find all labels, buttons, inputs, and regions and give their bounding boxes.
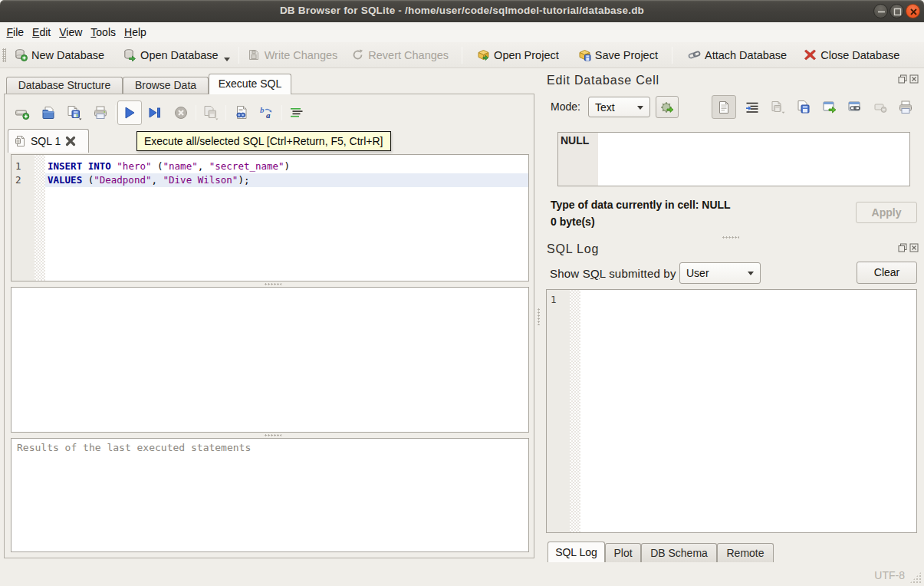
close-database-button[interactable]: Close Database [797, 44, 906, 66]
word-wrap-icon [745, 100, 759, 114]
code-line-1: INSERT INTO "hero" ("name", "secret_name… [45, 160, 528, 173]
float-dock-icon[interactable] [898, 74, 907, 84]
titlebar[interactable]: DB Browser for SQLite - /home/user/code/… [0, 0, 924, 22]
code-line-2: VALUES ("Deadpond", "Dive Wilson"); [45, 173, 528, 187]
sql-token: , [151, 174, 163, 186]
main-tabbar: Database Structure Browse Data Execute S… [6, 74, 291, 94]
dock-splitter-handle[interactable] [538, 308, 540, 325]
print-icon [93, 105, 108, 120]
dock-tab-plot[interactable]: Plot [605, 543, 641, 562]
float-dock-icon[interactable] [898, 243, 907, 252]
menu-view[interactable]: View [55, 23, 87, 41]
export-to-file-button[interactable] [791, 96, 817, 119]
open-in-external-button[interactable] [817, 96, 843, 119]
save-results-button [198, 101, 224, 124]
replace-from-glyph: b [260, 105, 265, 114]
sql-token: "secret_name" [209, 160, 284, 172]
attach-database-icon [688, 48, 701, 61]
copy-link-button[interactable] [842, 96, 868, 119]
apply-button: Apply [856, 202, 917, 223]
resize-grip-icon[interactable] [909, 571, 922, 584]
log-content [580, 290, 916, 532]
tab-database-structure[interactable]: Database Structure [6, 77, 123, 94]
close-button[interactable] [906, 4, 920, 18]
sql-toolbar-separator [225, 105, 226, 120]
close-dock-icon[interactable] [909, 243, 919, 252]
sql-editor[interactable]: 1 2 INSERT INTO "hero" ("name", "secret_… [11, 154, 529, 281]
mode-label: Mode: [551, 100, 580, 113]
print-icon [898, 100, 913, 115]
sql-toolbar-separator [196, 105, 196, 120]
word-wrap-button[interactable] [739, 96, 765, 119]
splitter-handle[interactable] [265, 283, 281, 285]
menu-edit[interactable]: Edit [28, 23, 55, 41]
print-sql-button[interactable] [87, 101, 113, 124]
revert-changes-label: Revert Changes [368, 49, 449, 61]
text-document-icon [717, 100, 731, 114]
print-cell-button[interactable] [893, 96, 919, 119]
dock-splitter-handle[interactable] [722, 236, 739, 239]
maximize-button[interactable] [889, 4, 904, 18]
apply-import-icon [659, 100, 675, 115]
execute-all-button[interactable] [117, 100, 142, 125]
toolbar-drag-handle[interactable] [2, 48, 6, 62]
close-tab-icon[interactable] [65, 136, 76, 146]
tab-execute-sql[interactable]: Execute SQL [209, 74, 291, 94]
sql-token: INSERT INTO [48, 160, 111, 172]
combobox-arrow-icon [748, 272, 754, 275]
sql-filter-combobox[interactable]: User [679, 262, 761, 284]
open-new-tab-button[interactable] [9, 101, 35, 124]
execute-line-icon [147, 105, 163, 120]
copy-link-icon [847, 100, 863, 115]
dock-tab-db-schema[interactable]: DB Schema [641, 543, 717, 562]
save-sql-file-button[interactable] [61, 101, 87, 124]
menu-tools[interactable]: Tools [87, 23, 120, 41]
menu-help[interactable]: Help [120, 23, 151, 41]
minimize-button[interactable] [873, 4, 888, 18]
auto-format-button[interactable] [284, 101, 310, 124]
text-mode-button[interactable] [712, 95, 736, 119]
clear-log-button[interactable]: Clear [857, 262, 917, 284]
tab-browse-data[interactable]: Browse Data [123, 77, 209, 94]
clear-log-label: Clear [874, 266, 899, 278]
execute-all-icon [122, 105, 137, 120]
sql-file-icon [15, 135, 26, 147]
results-message-panel[interactable]: Results of the last executed statements [11, 438, 529, 552]
main-toolbar: New Database Open Database Write Changes… [0, 42, 924, 68]
results-table-panel[interactable] [11, 287, 529, 433]
attach-database-button[interactable]: Attach Database [681, 44, 794, 66]
cell-editor-content[interactable] [598, 133, 909, 186]
cell-editor[interactable]: NULL [557, 132, 910, 186]
dock-tab-sql-log[interactable]: SQL Log [547, 542, 605, 562]
execute-line-button[interactable] [142, 101, 168, 124]
sql-log-dock-title: SQL Log [547, 242, 599, 256]
open-database-button[interactable]: Open Database [117, 44, 237, 66]
stop-button [168, 101, 194, 124]
editor-fold-margin [35, 155, 45, 281]
new-database-button[interactable]: New Database [8, 44, 111, 66]
find-button[interactable] [228, 101, 254, 124]
close-database-label: Close Database [820, 49, 899, 61]
find-replace-button[interactable]: b a [254, 101, 280, 124]
auto-apply-button[interactable] [656, 96, 679, 118]
sql-file-tab[interactable]: SQL 1 [8, 129, 89, 153]
close-icon [906, 5, 921, 19]
save-project-button[interactable]: Save Project [571, 44, 665, 66]
mode-combobox[interactable]: Text [588, 97, 650, 117]
close-dock-icon[interactable] [909, 74, 919, 84]
sql-toolbar-separator [281, 105, 282, 120]
open-project-icon [477, 48, 490, 61]
save-project-icon [578, 48, 591, 61]
sql-token: VALUES [48, 174, 82, 186]
sql-log-area[interactable]: 1 [546, 289, 917, 533]
editor-code-area[interactable]: INSERT INTO "hero" ("name", "secret_name… [45, 155, 528, 281]
execute-sql-pane: b a SQL 1 [4, 94, 534, 558]
dock-tab-remote[interactable]: Remote [717, 543, 774, 562]
write-changes-label: Write Changes [265, 49, 338, 61]
open-project-button[interactable]: Open Project [470, 44, 566, 66]
splitter-handle[interactable] [265, 434, 281, 436]
menu-file[interactable]: File [2, 23, 28, 41]
open-database-dropdown-icon[interactable] [224, 58, 230, 61]
set-null-icon [873, 100, 889, 115]
open-sql-file-button[interactable] [35, 101, 61, 124]
